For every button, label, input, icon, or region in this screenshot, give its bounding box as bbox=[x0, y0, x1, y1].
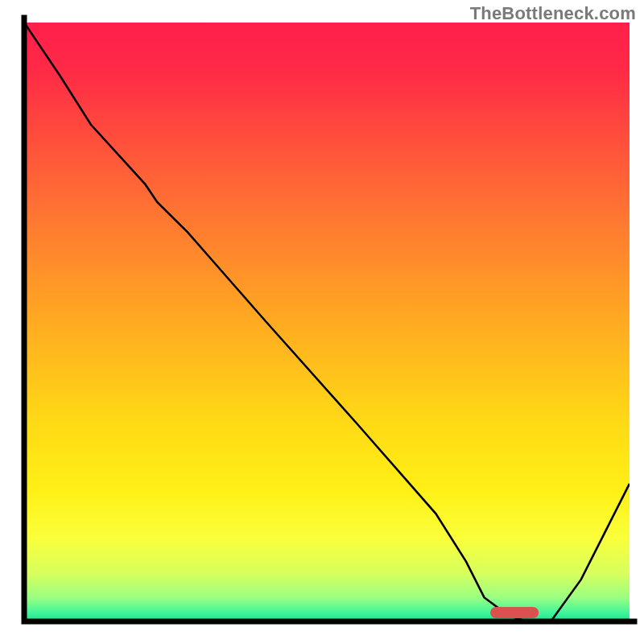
optimal-zone-marker bbox=[490, 607, 539, 618]
chart-container: TheBottleneck.com bbox=[0, 0, 644, 644]
bottleneck-chart bbox=[0, 0, 644, 644]
plot-background bbox=[24, 23, 630, 621]
